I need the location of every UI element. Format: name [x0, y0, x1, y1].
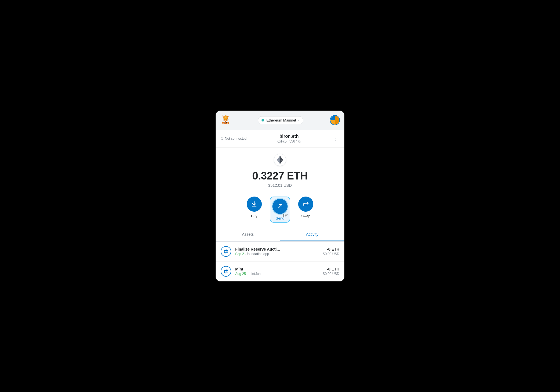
send-button[interactable]: Send ☞	[272, 199, 288, 220]
disconnected-dot	[221, 137, 223, 140]
buy-icon-circle	[247, 197, 262, 212]
svg-marker-2	[227, 122, 229, 124]
download-icon	[251, 201, 257, 207]
refresh-icon	[223, 249, 228, 254]
tab-assets[interactable]: Assets	[216, 228, 280, 241]
table-row[interactable]: Mint Aug 25 · mint.fun -0 ETH -$0.00 USD	[216, 262, 344, 281]
tab-activity[interactable]: Activity	[280, 228, 344, 241]
more-options-button[interactable]: ⋮	[332, 135, 339, 143]
svg-marker-20	[225, 121, 226, 122]
network-status-dot	[262, 119, 264, 122]
send-arrow-icon	[277, 203, 283, 209]
tx-info-1: Mint Aug 25 · mint.fun	[235, 267, 318, 276]
wallet-popup: Ethereum Mainnet ▾ Not connected biron.e…	[216, 111, 344, 281]
account-info-bar: Not connected biron.eth 0xFc5...5567 ⧉ ⋮	[216, 130, 344, 148]
swap-button[interactable]: Swap	[298, 197, 313, 223]
network-selector[interactable]: Ethereum Mainnet ▾	[258, 116, 303, 124]
eth-diamond-icon	[277, 156, 283, 164]
tx-usd-0: -$0.00 USD	[322, 252, 339, 256]
tx-usd-1: -$0.00 USD	[322, 272, 339, 276]
buy-label: Buy	[251, 214, 257, 218]
chevron-down-icon: ▾	[298, 119, 300, 122]
swap-icon-circle	[298, 197, 313, 212]
tx-amounts-0: -0 ETH -$0.00 USD	[322, 247, 339, 256]
tx-title-0: Finalize Reserve Aucti...	[235, 247, 318, 251]
tx-source-1: · mint.fun	[247, 272, 260, 276]
tabs-bar: Assets Activity	[216, 228, 344, 242]
tx-eth-1: -0 ETH	[322, 267, 339, 271]
avatar-color	[330, 116, 339, 125]
svg-rect-30	[252, 206, 256, 207]
balance-section: 0.3227 ETH $512.01 USD	[216, 148, 344, 197]
tx-info-0: Finalize Reserve Aucti... Sep 2 · founda…	[235, 247, 318, 256]
tx-source-0: · foundation.app	[245, 252, 269, 256]
table-row[interactable]: Finalize Reserve Aucti... Sep 2 · founda…	[216, 242, 344, 262]
buy-button[interactable]: Buy	[247, 197, 262, 223]
activity-tab-label: Activity	[306, 232, 318, 237]
swap-label: Swap	[301, 214, 311, 218]
tx-subtitle-0: Sep 2 · foundation.app	[235, 252, 318, 256]
balance-amount: 0.3227 ETH	[221, 170, 339, 182]
account-name: biron.eth	[246, 134, 332, 139]
svg-marker-3	[222, 122, 224, 124]
account-name-block: biron.eth 0xFc5...5567 ⧉	[246, 134, 332, 143]
connection-label: Not connected	[225, 137, 246, 141]
tx-eth-0: -0 ETH	[322, 247, 339, 251]
balance-currency: ETH	[287, 170, 308, 182]
tx-date-0: Sep 2	[235, 252, 244, 256]
tx-swap-icon-1	[221, 266, 231, 277]
copy-address-icon[interactable]: ⧉	[298, 140, 300, 143]
header: Ethereum Mainnet ▾	[216, 111, 344, 130]
metamask-logo	[220, 115, 231, 126]
activity-list: Finalize Reserve Aucti... Sep 2 · founda…	[216, 242, 344, 281]
balance-number: 0.3227	[252, 170, 284, 182]
send-icon-circle	[272, 199, 288, 214]
assets-tab-label: Assets	[242, 232, 254, 237]
send-label: Send	[276, 216, 284, 220]
balance-usd: $512.01 USD	[221, 183, 339, 188]
tx-swap-icon-0	[221, 246, 231, 257]
send-button-wrapper: Send ☞	[270, 197, 290, 223]
tx-date-1: Aug 25	[235, 272, 246, 276]
network-label: Ethereum Mainnet	[266, 118, 296, 122]
account-address[interactable]: 0xFc5...5567 ⧉	[246, 139, 332, 143]
connection-status: Not connected	[221, 137, 246, 141]
eth-logo-circle	[274, 154, 286, 166]
action-buttons: Buy Send ☞	[216, 197, 344, 228]
address-text: 0xFc5...5567	[277, 139, 297, 143]
account-avatar[interactable]	[330, 115, 340, 125]
tx-subtitle-1: Aug 25 · mint.fun	[235, 272, 318, 276]
tx-title-1: Mint	[235, 267, 318, 271]
refresh-icon	[223, 269, 228, 274]
swap-arrows-icon	[303, 201, 309, 207]
tx-amounts-1: -0 ETH -$0.00 USD	[322, 267, 339, 276]
send-active-highlight: Send ☞	[270, 197, 290, 223]
